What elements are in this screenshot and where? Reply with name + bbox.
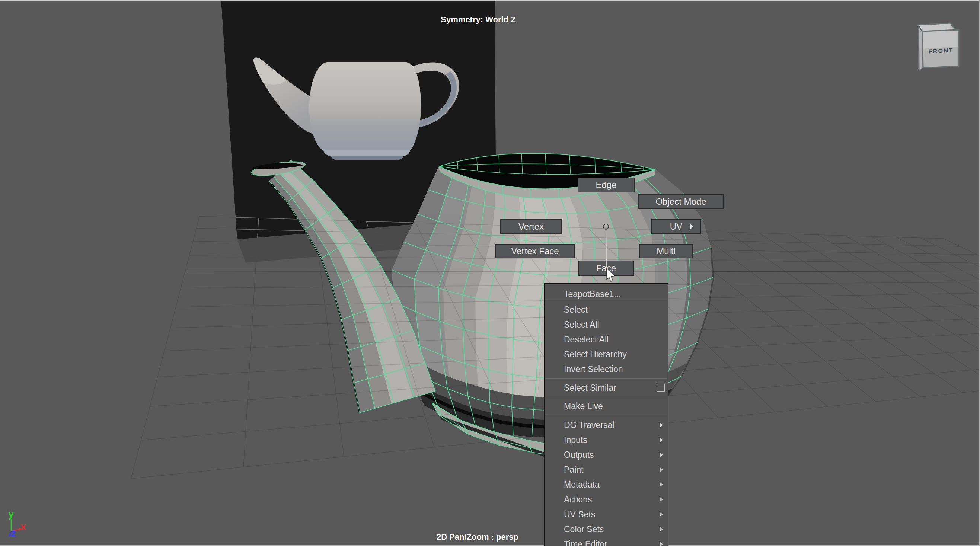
svg-text:y: y [8,508,14,520]
svg-text:x: x [21,521,26,532]
svg-text:FRONT: FRONT [928,47,954,55]
svg-text:z: z [11,527,16,538]
